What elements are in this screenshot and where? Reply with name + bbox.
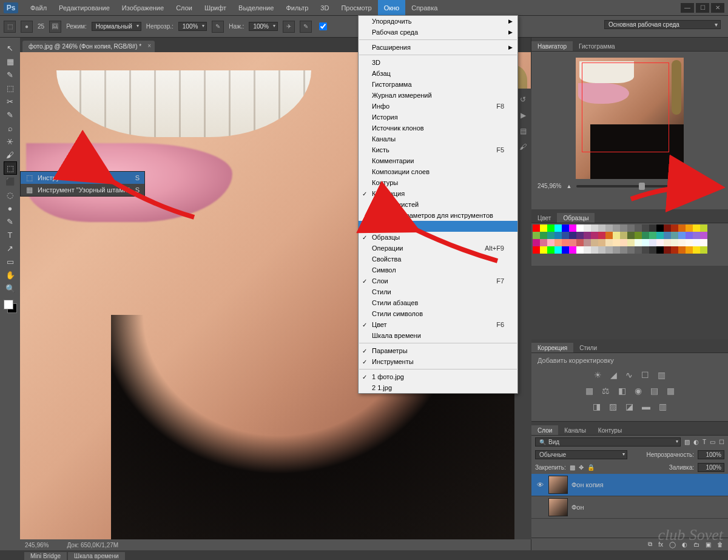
swatch[interactable] — [635, 246, 642, 254]
actions-dock-icon[interactable]: ▶ — [517, 109, 529, 121]
swatch[interactable] — [584, 246, 591, 254]
gradient-map-icon[interactable]: ▬ — [642, 402, 650, 411]
menu-справка[interactable]: Справка — [405, 0, 443, 15]
swatch[interactable] — [686, 246, 693, 254]
photo-filter-icon[interactable]: ◉ — [635, 386, 642, 396]
swatch[interactable] — [693, 232, 700, 239]
airbrush-icon[interactable]: ✈ — [283, 21, 295, 33]
fg-bg-swatch[interactable] — [4, 300, 17, 313]
filter-pixel-icon[interactable]: ▧ — [684, 439, 690, 445]
swatch[interactable] — [547, 232, 554, 239]
swatches-panel[interactable] — [531, 223, 728, 266]
balance-icon[interactable]: ⚖ — [602, 386, 610, 396]
swatch[interactable] — [693, 246, 700, 254]
menu-шрифт[interactable]: Шрифт — [198, 0, 232, 15]
swatch[interactable] — [700, 246, 707, 254]
menu-item[interactable]: ✓1 фото.jpg — [359, 371, 517, 382]
swatch[interactable] — [613, 246, 620, 254]
bw-icon[interactable]: ◧ — [618, 386, 626, 396]
swatch[interactable] — [605, 246, 613, 254]
navigator-zoom-readout[interactable]: 245,96% — [538, 183, 561, 189]
swatch[interactable] — [598, 232, 605, 239]
swatch[interactable] — [576, 246, 584, 254]
tool-13[interactable]: ✎ — [4, 215, 17, 228]
blend-mode-select[interactable]: Нормальный — [92, 22, 141, 31]
navigator-zoom-slider[interactable] — [576, 185, 712, 187]
layer-row[interactable]: Фон — [531, 496, 728, 519]
swatch[interactable] — [562, 232, 569, 239]
menu-item[interactable]: Свойства — [359, 254, 517, 265]
tab-layers[interactable]: Слои — [531, 425, 558, 435]
tab-styles[interactable]: Стили — [573, 343, 603, 353]
zoom-readout[interactable]: 245,96% — [25, 542, 49, 548]
opacity-input[interactable]: 100% — [178, 22, 207, 31]
swatch[interactable] — [533, 246, 540, 254]
swatch[interactable] — [569, 232, 576, 239]
pressure-opacity-icon[interactable]: ✎ — [212, 21, 224, 33]
swatch[interactable] — [591, 239, 598, 246]
hue-icon[interactable]: ▦ — [585, 386, 593, 396]
document-tab[interactable]: фото.jpg @ 246% (Фон копия, RGB/8#) *× — [22, 41, 155, 52]
invert-icon[interactable]: ◨ — [593, 402, 601, 411]
menu-выделение[interactable]: Выделение — [232, 0, 280, 15]
tab-navigator[interactable]: Навигатор — [531, 41, 573, 51]
swatch[interactable] — [627, 239, 635, 246]
swatch[interactable] — [649, 239, 656, 246]
tool-11[interactable]: ◌ — [4, 188, 17, 201]
swatch[interactable] — [605, 224, 613, 232]
menu-item[interactable]: Рабочая среда▶ — [359, 27, 517, 38]
swatch[interactable] — [591, 246, 598, 254]
brush-preview-icon[interactable]: ● — [21, 21, 33, 33]
menu-item[interactable]: ✓Навигатор — [359, 221, 517, 232]
swatch[interactable] — [620, 224, 627, 232]
swatch[interactable] — [547, 224, 554, 232]
swatch[interactable] — [569, 224, 576, 232]
layer-fill-input[interactable]: 100% — [698, 463, 724, 472]
menu-окно[interactable]: Окно — [378, 0, 406, 15]
swatch[interactable] — [554, 239, 562, 246]
lock-all-icon[interactable]: 🔒 — [587, 464, 595, 471]
navigator-thumbnail[interactable] — [576, 58, 684, 179]
menu-просмотр[interactable]: Просмотр — [335, 0, 377, 15]
menu-item[interactable]: Композиции слоев — [359, 166, 517, 177]
swatch[interactable] — [642, 239, 649, 246]
aligned-checkbox[interactable] — [319, 22, 327, 30]
swatch[interactable] — [540, 239, 547, 246]
menu-item[interactable]: Журнал измерений — [359, 90, 517, 101]
menu-item[interactable]: ✓Коррекция — [359, 188, 517, 199]
swatch[interactable] — [533, 232, 540, 239]
layer-opacity-input[interactable]: 100% — [698, 450, 724, 459]
swatch[interactable] — [671, 232, 678, 239]
swatch[interactable] — [554, 246, 562, 254]
swatch[interactable] — [613, 224, 620, 232]
swatch[interactable] — [656, 239, 664, 246]
menu-item[interactable]: ✓ЦветF6 — [359, 319, 517, 330]
menu-item[interactable]: Шкала времени — [359, 330, 517, 341]
menu-файл[interactable]: Файл — [24, 0, 53, 15]
levels-icon[interactable]: ◢ — [610, 370, 617, 380]
swatch[interactable] — [620, 232, 627, 239]
swatch[interactable] — [569, 246, 576, 254]
lock-pixels-icon[interactable]: ▩ — [570, 464, 575, 471]
minimize-button[interactable]: — — [681, 3, 694, 13]
swatch[interactable] — [576, 239, 584, 246]
tool-14[interactable]: T — [4, 228, 17, 241]
channel-mixer-icon[interactable]: ▤ — [650, 386, 658, 396]
swatch[interactable] — [591, 224, 598, 232]
menu-фильтр[interactable]: Фильтр — [280, 0, 314, 15]
pattern-stamp-tool-item[interactable]: ▦ Инструмент "Узорный штамп" S — [21, 184, 144, 196]
menu-item[interactable]: Наборы кистей — [359, 199, 517, 210]
brush-panel-icon[interactable]: 圝 — [49, 21, 61, 33]
swatch[interactable] — [540, 224, 547, 232]
swatch[interactable] — [656, 232, 664, 239]
swatch[interactable] — [664, 232, 671, 239]
blend-mode-select[interactable]: Обычные — [535, 450, 627, 459]
swatch[interactable] — [540, 246, 547, 254]
menu-item[interactable]: Гистограмма — [359, 79, 517, 90]
tab-swatches[interactable]: Образцы — [557, 213, 595, 223]
swatch[interactable] — [649, 224, 656, 232]
menu-item[interactable]: ИнфоF8 — [359, 101, 517, 112]
menu-item[interactable]: Источник клонов — [359, 123, 517, 133]
menu-item[interactable]: Контуры — [359, 177, 517, 188]
layer-filter-select[interactable]: 🔍Вид — [535, 437, 681, 447]
